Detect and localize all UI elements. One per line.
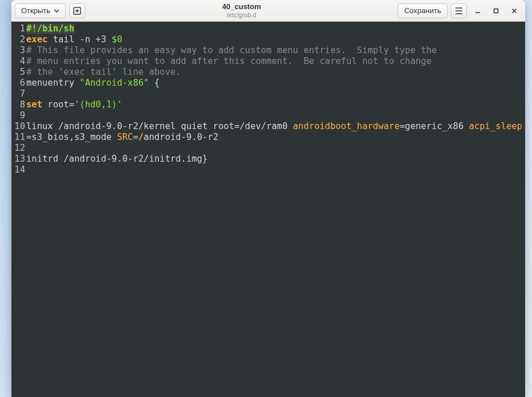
editor-window: Открыть 40_custom /etc/grub.d Сохранить bbox=[11, 0, 525, 397]
minimize-icon bbox=[475, 8, 481, 14]
open-button-label: Открыть bbox=[21, 6, 50, 15]
chevron-down-icon bbox=[54, 9, 59, 13]
line-number: 3 bbox=[11, 45, 26, 56]
line-number: 2 bbox=[11, 34, 26, 45]
identifier: acpi_sleep bbox=[469, 121, 522, 131]
line-number: 9 bbox=[11, 110, 26, 121]
identifier: SRC bbox=[117, 132, 133, 142]
file-path: /etc/grub.d bbox=[89, 11, 394, 18]
maximize-icon bbox=[493, 8, 499, 14]
code-text: { bbox=[149, 78, 160, 88]
new-tab-button[interactable] bbox=[69, 3, 85, 18]
titlebar: Открыть 40_custom /etc/grub.d Сохранить bbox=[11, 0, 525, 22]
line-number: 5 bbox=[11, 67, 26, 78]
code-text: initrd /android-9.0-r2/initrd.img} bbox=[26, 154, 207, 164]
string: '(hd0,1)' bbox=[74, 99, 122, 110]
identifier: androidboot_hardware bbox=[293, 121, 400, 131]
line-number: 14 bbox=[11, 165, 26, 175]
code-text: menuentry bbox=[26, 78, 79, 88]
comment-line: # the 'exec tail' line above. bbox=[26, 67, 181, 77]
close-button[interactable] bbox=[507, 3, 522, 18]
title-area: 40_custom /etc/grub.d bbox=[89, 3, 394, 18]
line-number: 10 bbox=[11, 121, 26, 132]
keyword: exec bbox=[26, 34, 47, 45]
line-number: 7 bbox=[11, 89, 26, 99]
code-text: =generic_x86 bbox=[399, 121, 469, 131]
shebang-line: #!/bin/sh bbox=[26, 23, 74, 34]
file-title: 40_custom bbox=[89, 3, 394, 11]
maximize-button[interactable] bbox=[489, 3, 503, 18]
code-text: android-9.0-r2 bbox=[143, 132, 218, 142]
line-number: 8 bbox=[11, 99, 26, 110]
code-text: =s3_bios,s3_mode bbox=[26, 132, 117, 142]
line-number: 12 bbox=[11, 143, 26, 154]
close-icon bbox=[511, 8, 517, 14]
minimize-button[interactable] bbox=[470, 3, 485, 18]
open-button[interactable]: Открыть bbox=[15, 3, 66, 18]
variable: $0 bbox=[111, 34, 122, 45]
hamburger-icon bbox=[455, 7, 463, 14]
hamburger-menu-button[interactable] bbox=[451, 3, 467, 18]
line-gutter: 1 2 3 4 5 6 7 8 9 10 11 12 13 14 bbox=[11, 22, 26, 397]
editor-area[interactable]: 1 2 3 4 5 6 7 8 9 10 11 12 13 14 #!/bin/… bbox=[11, 22, 525, 397]
plus-box-icon bbox=[73, 7, 81, 15]
line-number: 1 bbox=[11, 23, 26, 34]
code-text: / bbox=[138, 132, 143, 142]
code-text: root= bbox=[42, 99, 74, 110]
line-number: 6 bbox=[11, 78, 26, 89]
code-text: = bbox=[133, 132, 138, 142]
code-text: tail -n +3 bbox=[47, 34, 111, 45]
keyword: set bbox=[26, 99, 42, 110]
line-number: 4 bbox=[11, 56, 26, 67]
comment-line: # This file provides an easy way to add … bbox=[26, 45, 437, 55]
window-controls bbox=[470, 3, 522, 18]
string: "Android-x86" bbox=[79, 78, 149, 88]
svg-rect-1 bbox=[494, 9, 498, 13]
comment-line: # menu entries you want to add after thi… bbox=[26, 56, 431, 66]
save-button[interactable]: Сохранить bbox=[398, 3, 447, 18]
code-content[interactable]: #!/bin/sh exec tail -n +3 $0 # This file… bbox=[26, 22, 525, 397]
line-number: 11 bbox=[11, 132, 26, 143]
line-number: 13 bbox=[11, 154, 26, 165]
code-text: linux /android-9.0-r2/kernel quiet root=… bbox=[26, 121, 293, 131]
